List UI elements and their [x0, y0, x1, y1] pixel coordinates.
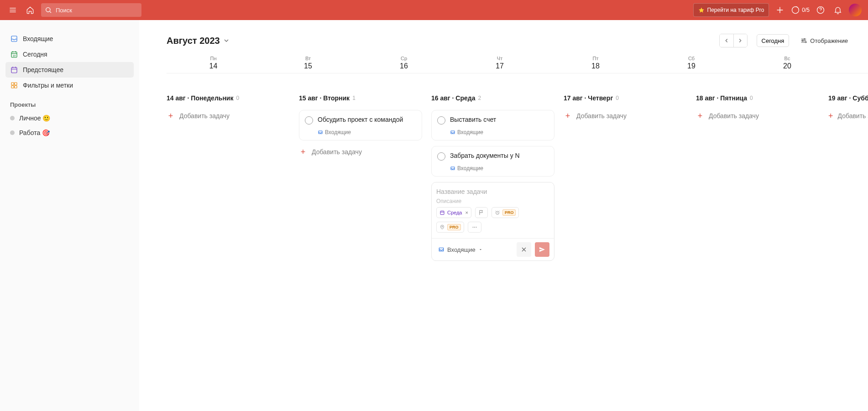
- day-column: 18 авг · Пятница 0 + Добавить задачу: [696, 94, 828, 261]
- cancel-button[interactable]: [517, 242, 531, 257]
- due-date-chip[interactable]: Среда ×: [436, 207, 471, 218]
- task-checkbox[interactable]: [437, 152, 445, 161]
- search-icon: [45, 6, 52, 14]
- plus-icon: [775, 5, 785, 15]
- clear-date-icon[interactable]: ×: [465, 210, 468, 215]
- project-color-dot: [10, 116, 15, 120]
- task-project: Входящие: [325, 129, 351, 135]
- task-checkbox[interactable]: [305, 116, 313, 125]
- sidebar-item-inbox[interactable]: Входящие: [5, 31, 134, 47]
- sidebar-item-label: Фильтры и метки: [23, 82, 73, 89]
- sidebar-item-upcoming[interactable]: Предстоящее: [5, 62, 134, 78]
- menu-icon: [8, 5, 17, 15]
- svg-rect-13: [440, 211, 444, 215]
- main-content: Август 2023 Сегодня Отображение Пн14 Вт1: [139, 20, 868, 411]
- upgrade-button[interactable]: Перейти на тариф Pro: [693, 3, 769, 17]
- task-checkbox[interactable]: [437, 116, 445, 125]
- avatar[interactable]: [849, 4, 862, 16]
- day-column: 16 авг · Среда 2 Выставить счет Входящие: [431, 94, 564, 261]
- today-button[interactable]: Сегодня: [757, 34, 790, 47]
- day-column: 17 авг · Четверг 0 + Добавить задачу: [564, 94, 696, 261]
- title-row: Август 2023 Сегодня Отображение: [167, 34, 868, 47]
- submit-button[interactable]: [535, 242, 549, 257]
- next-week-button[interactable]: [733, 34, 747, 47]
- reminder-chip[interactable]: PRO: [492, 207, 519, 218]
- day-column: 14 авг · Понедельник 0 + Добавить задачу: [167, 94, 299, 261]
- priority-chip[interactable]: [475, 207, 488, 218]
- star-icon: [698, 7, 705, 13]
- task-card[interactable]: Выставить счет Входящие: [431, 110, 554, 140]
- bell-icon: [833, 5, 842, 15]
- task-name-input[interactable]: [436, 187, 549, 196]
- column-header: 19 авг · Суббота: [828, 94, 868, 102]
- progress-icon: [791, 5, 800, 15]
- sidebar-project-personal[interactable]: Личное 🙂: [5, 111, 134, 125]
- flag-icon: [478, 209, 485, 216]
- project-picker[interactable]: Входящие: [436, 245, 485, 254]
- sliders-icon: [800, 37, 807, 44]
- sidebar-item-today[interactable]: 10 Сегодня: [5, 47, 134, 62]
- more-options-chip[interactable]: [468, 222, 481, 233]
- column-header: 14 авг · Понедельник 0: [167, 94, 290, 102]
- chevron-left-icon: [723, 37, 730, 44]
- column-header: 18 авг · Пятница 0: [696, 94, 819, 102]
- task-card[interactable]: Обсудить проект с командой Входящие: [299, 110, 422, 140]
- chevron-right-icon: [737, 37, 743, 44]
- add-task-button[interactable]: + Добавить задачу: [564, 110, 687, 122]
- svg-point-15: [442, 226, 443, 227]
- location-chip[interactable]: PRO: [436, 222, 464, 233]
- task-title: Выставить счет: [450, 116, 496, 123]
- task-card[interactable]: Забрать документы у N Входящие: [431, 146, 554, 177]
- svg-rect-9: [15, 86, 17, 88]
- plus-icon: +: [828, 112, 833, 120]
- add-task-button[interactable]: + Добавить задачу: [299, 146, 422, 158]
- add-task-button[interactable]: + Добавить задачу: [167, 110, 290, 122]
- alarm-icon: [495, 210, 500, 215]
- week-header: Пн14 Вт15 Ср16 Чт17 Пт18 Сб19 Вс20: [167, 56, 868, 73]
- inbox-icon: [318, 130, 323, 135]
- day-column: 15 авг · Вторник 1 Обсудить проект с ком…: [299, 94, 431, 261]
- search-placeholder: Поиск: [56, 7, 72, 14]
- calendar-grid-icon: [10, 66, 18, 74]
- send-icon: [539, 246, 546, 253]
- more-icon: [471, 224, 478, 230]
- add-task-button[interactable]: + Добавить задачу: [828, 110, 868, 122]
- chevron-down-icon: [223, 37, 230, 44]
- project-color-dot: [10, 130, 15, 135]
- view-options-button[interactable]: Отображение: [798, 34, 850, 47]
- sidebar-item-filters[interactable]: Фильтры и метки: [5, 78, 134, 93]
- add-task-button[interactable]: + Добавить задачу: [696, 110, 819, 122]
- home-button[interactable]: [24, 4, 37, 16]
- svg-point-16: [472, 227, 473, 228]
- plus-icon: +: [696, 112, 704, 120]
- svg-rect-5: [11, 68, 17, 73]
- inbox-icon: [450, 166, 455, 171]
- close-icon: [520, 246, 528, 253]
- pro-badge: PRO: [502, 209, 516, 216]
- caret-down-icon: [478, 247, 483, 252]
- task-composer: Среда × PRO: [431, 182, 554, 261]
- menu-button[interactable]: [6, 4, 19, 16]
- help-button[interactable]: [814, 4, 827, 16]
- svg-point-18: [476, 227, 476, 228]
- page-title[interactable]: Август 2023: [167, 36, 230, 46]
- search-input[interactable]: Поиск: [41, 3, 141, 17]
- sidebar-project-work[interactable]: Работа 🎯: [5, 125, 134, 140]
- app-header: Поиск Перейти на тариф Pro 0/5: [0, 0, 868, 20]
- sidebar-item-label: Предстоящее: [23, 66, 63, 73]
- svg-point-10: [804, 38, 805, 40]
- sidebar: Входящие 10 Сегодня Предстоящее Фильтры …: [0, 20, 139, 411]
- notifications-button[interactable]: [831, 4, 844, 16]
- productivity-button[interactable]: 0/5: [791, 5, 810, 15]
- week-nav: [719, 34, 748, 47]
- svg-point-0: [46, 8, 50, 12]
- task-project: Входящие: [457, 129, 483, 135]
- sidebar-projects-header[interactable]: Проекты: [5, 93, 134, 111]
- plus-icon: +: [564, 112, 572, 120]
- prev-week-button[interactable]: [720, 34, 733, 47]
- sidebar-item-label: Сегодня: [23, 51, 47, 58]
- task-description-input[interactable]: [436, 196, 549, 207]
- plus-icon: +: [299, 148, 307, 156]
- quick-add-button[interactable]: [774, 4, 786, 16]
- grid-icon: [10, 81, 18, 89]
